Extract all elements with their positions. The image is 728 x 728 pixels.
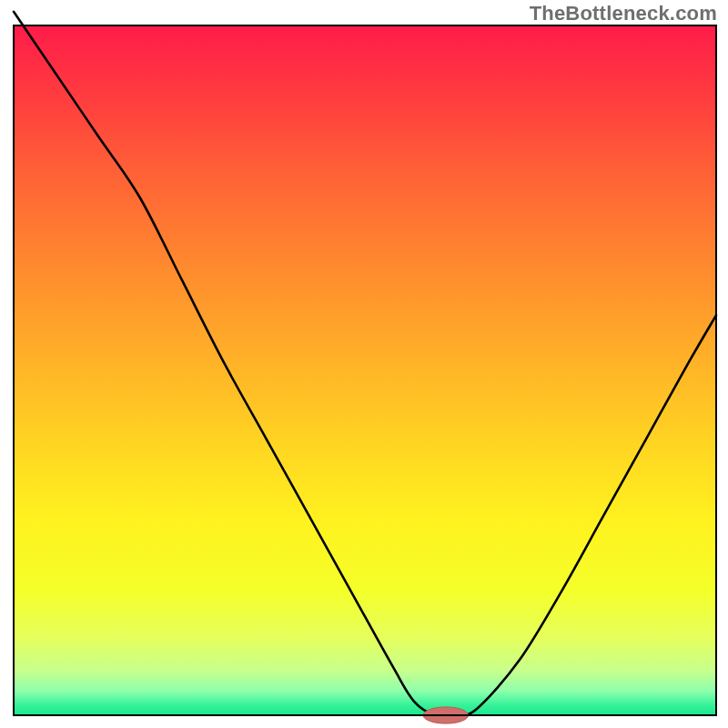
plot-background bbox=[14, 25, 716, 715]
watermark-text: TheBottleneck.com bbox=[530, 2, 717, 25]
bottleneck-chart bbox=[0, 0, 728, 728]
chart-container: { "watermark": "TheBottleneck.com", "col… bbox=[0, 0, 728, 728]
